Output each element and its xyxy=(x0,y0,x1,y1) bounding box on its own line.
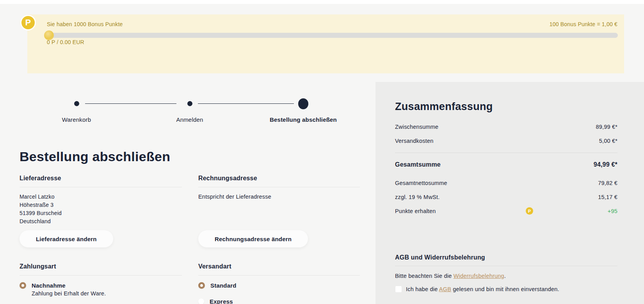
summary-label: zzgl. 19 % MwSt. xyxy=(395,194,439,200)
shipping-option-label: Standard xyxy=(210,282,237,289)
stepper-item-bestellung-abschliessen: Bestellung abschließen xyxy=(270,116,337,123)
summary-row-net-total: Gesamtnettosumme 79,82 € xyxy=(395,180,617,186)
step-dot-checkout-active xyxy=(298,98,308,109)
shipping-option-express[interactable]: Express xyxy=(198,298,360,304)
header-bottom-strip xyxy=(0,0,644,4)
payment-option-description: Zahlung bei Erhalt der Ware. xyxy=(32,290,182,297)
terms-notice: Bitte beachten Sie die Widerrufsbelehrun… xyxy=(395,273,617,279)
billing-address-note: Entspricht der Lieferadresse xyxy=(198,194,360,200)
points-earned-value: +95 xyxy=(608,208,617,214)
summary-title: Zusammenfassung xyxy=(395,101,617,113)
terms-title: AGB und Widerrufsbelehrung xyxy=(395,254,617,266)
summary-label: Gesamtnettosumme xyxy=(395,180,447,186)
summary-value: 5,00 €* xyxy=(599,138,617,144)
agb-label-text: Ich habe die xyxy=(406,286,439,292)
agb-checkbox-label: Ich habe die AGB gelesen und bin mit ihn… xyxy=(406,286,559,292)
terms-notice-text: Bitte beachten Sie die xyxy=(395,273,454,279)
billing-address-title: Rechnungsadresse xyxy=(198,175,360,187)
step-connector xyxy=(85,103,176,104)
summary-value: 15,17 € xyxy=(598,194,617,200)
shipping-address-title: Lieferadresse xyxy=(20,175,182,187)
stepper-item-anmelden[interactable]: Anmelden xyxy=(176,116,203,123)
summary-row-total: Gesamtsumme 94,99 €* xyxy=(395,161,617,168)
agb-label-text: gelesen und bin mit ihnen einverstanden. xyxy=(451,286,559,292)
checkout-stepper: Warenkorb Anmelden Bestellung abschließe… xyxy=(20,94,363,131)
step-connector xyxy=(198,103,294,104)
billing-address-section: Rechnungsadresse Entspricht der Lieferad… xyxy=(198,175,360,200)
payment-method-title: Zahlungsart xyxy=(20,263,182,276)
step-dot-login xyxy=(187,101,192,106)
bonus-points-slider-value: 0 P / 0.00 EUR xyxy=(47,39,84,45)
order-summary-sidebar: Zusammenfassung Zwischensumme 89,99 €* V… xyxy=(375,82,644,304)
summary-total-value: 94,99 €* xyxy=(594,161,617,168)
address-city: 51399 Burscheid xyxy=(20,209,182,217)
address-country: Deutschland xyxy=(20,217,182,226)
summary-label: Punkte erhalten xyxy=(395,208,436,214)
summary-value: 89,99 €* xyxy=(596,124,617,130)
summary-total-label: Gesamtsumme xyxy=(395,161,441,168)
step-dot-cart xyxy=(74,101,79,106)
radio-selected-icon[interactable] xyxy=(20,282,26,289)
page-title: Bestellung abschließen xyxy=(20,149,170,164)
bonus-points-slider[interactable] xyxy=(47,33,618,38)
terms-notice-text: . xyxy=(504,273,506,279)
bonus-points-banner: P Sie haben 1000 Bonus Punkte 100 Bonus … xyxy=(27,14,624,73)
summary-row-shipping-cost: Versandkosten 5,00 €* xyxy=(395,138,617,144)
summary-label: Zwischensumme xyxy=(395,124,438,130)
radio-selected-icon[interactable] xyxy=(198,282,205,289)
points-icon: P xyxy=(526,207,533,215)
payment-method-section: Zahlungsart Nachnahme Zahlung bei Erhalt… xyxy=(20,263,182,297)
agb-checkbox-row: Ich habe die AGB gelesen und bin mit ihn… xyxy=(395,286,617,293)
agb-link[interactable]: AGB xyxy=(439,286,451,292)
bonus-points-conversion: 100 Bonus Punkte = 1,00 € xyxy=(550,21,617,27)
terms-section: AGB und Widerrufsbelehrung Bitte beachte… xyxy=(395,254,617,293)
change-shipping-address-button[interactable]: Lieferadresse ändern xyxy=(20,230,113,247)
change-billing-address-button[interactable]: Rechnungsadresse ändern xyxy=(198,230,308,247)
stepper-item-warenkorb[interactable]: Warenkorb xyxy=(62,116,91,123)
shipping-address-section: Lieferadresse Marcel Latzko Höhestraße 3… xyxy=(20,175,182,226)
address-street: Höhestraße 3 xyxy=(20,201,182,209)
summary-row-points-earned: Punkte erhalten P +95 xyxy=(395,208,617,214)
summary-label: Versandkosten xyxy=(395,138,434,144)
summary-value: 79,82 € xyxy=(598,180,617,186)
shipping-method-section: Versandart Standard Express xyxy=(198,263,360,304)
payment-option-label: Nachnahme xyxy=(32,282,66,289)
agb-checkbox[interactable] xyxy=(395,286,402,293)
widerrufsbelehrung-link[interactable]: Widerrufsbelehrung xyxy=(454,273,504,279)
summary-divider xyxy=(395,153,617,153)
address-name: Marcel Latzko xyxy=(20,193,182,201)
payment-option-nachnahme[interactable]: Nachnahme xyxy=(20,282,182,289)
bonus-points-balance: Sie haben 1000 Bonus Punkte xyxy=(47,21,123,27)
summary-row-vat: zzgl. 19 % MwSt. 15,17 € xyxy=(395,194,617,200)
shipping-option-label: Express xyxy=(210,298,233,304)
summary-row-subtotal: Zwischensumme 89,99 €* xyxy=(395,124,617,130)
shipping-method-title: Versandart xyxy=(198,263,360,276)
bonus-points-icon: P xyxy=(20,15,36,30)
radio-unselected-icon[interactable] xyxy=(198,299,204,304)
shipping-option-standard[interactable]: Standard xyxy=(198,282,360,289)
shipping-address-block: Marcel Latzko Höhestraße 3 51399 Bursche… xyxy=(20,193,182,226)
